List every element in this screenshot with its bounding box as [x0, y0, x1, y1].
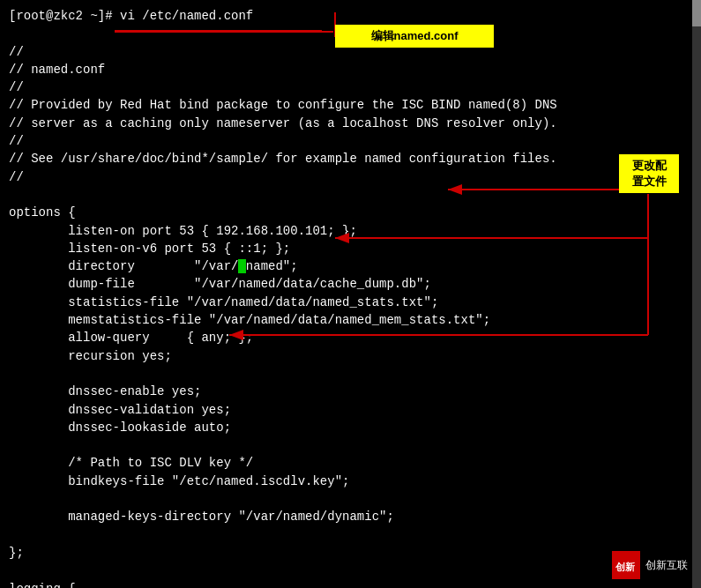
line-options: options {	[9, 205, 76, 220]
line-dnssec-lookaside: dnssec-lookaside auto;	[9, 421, 231, 435]
line-recursion: recursion yes;	[9, 349, 172, 363]
line-memstatistics: memstatistics-file "/var/named/data/name…	[9, 313, 490, 327]
svg-text:创新: 创新	[615, 562, 635, 572]
watermark-text: 创新互联	[645, 558, 688, 573]
annotation-edit-named-conf: 编辑named.conf	[335, 25, 494, 48]
scrollbar[interactable]	[692, 0, 701, 588]
scrollbar-thumb[interactable]	[692, 0, 701, 26]
line-comment-2: //	[9, 80, 24, 94]
watermark-logo: 创新	[612, 551, 640, 579]
line-dnssec-enable: dnssec-enable yes;	[9, 384, 201, 398]
line-listen-on-v6: listen-on-v6 port 53 { ::1; };	[9, 242, 290, 256]
line-close-options: };	[9, 546, 24, 560]
line-provided: // Provided by Red Hat bind package to c…	[9, 98, 557, 112]
line-dnssec-validation: dnssec-validation yes;	[9, 403, 231, 417]
line-directory: directory "/var/ named";	[9, 259, 298, 273]
line-bindkeys: bindkeys-file "/etc/named.iscdlv.key";	[9, 474, 349, 488]
line-logging: logging {	[9, 582, 76, 589]
terminal-window: [root@zkc2 ~]# vi /etc/named.conf // // …	[0, 0, 701, 588]
line-comment-4: //	[9, 170, 24, 184]
line-allow-query: allow-query { any; };	[9, 331, 253, 345]
terminal-content: [root@zkc2 ~]# vi /etc/named.conf // // …	[9, 7, 692, 588]
line-named-conf: // named.conf	[9, 63, 105, 77]
line-listen-on: listen-on port 53 { 192.168.100.101; };	[9, 224, 357, 238]
line-comment-3: //	[9, 134, 24, 148]
prompt-line: [root@zkc2 ~]# vi /etc/named.conf	[9, 9, 253, 23]
watermark: 创新 创新互联	[612, 551, 688, 579]
annotation-modify-config: 更改配置文件	[619, 154, 679, 193]
line-path-comment: /* Path to ISC DLV key */	[9, 456, 253, 470]
line-managed-keys: managed-keys-directory "/var/named/dynam…	[9, 510, 394, 524]
line-comment-1: //	[9, 45, 24, 59]
line-statistics: statistics-file "/var/named/data/named_s…	[9, 295, 438, 309]
line-server: // server as a caching only nameserver (…	[9, 116, 557, 130]
line-dump-file: dump-file "/var/named/data/cache_dump.db…	[9, 277, 431, 291]
line-see: // See /usr/share/doc/bind*/sample/ for …	[9, 152, 557, 166]
